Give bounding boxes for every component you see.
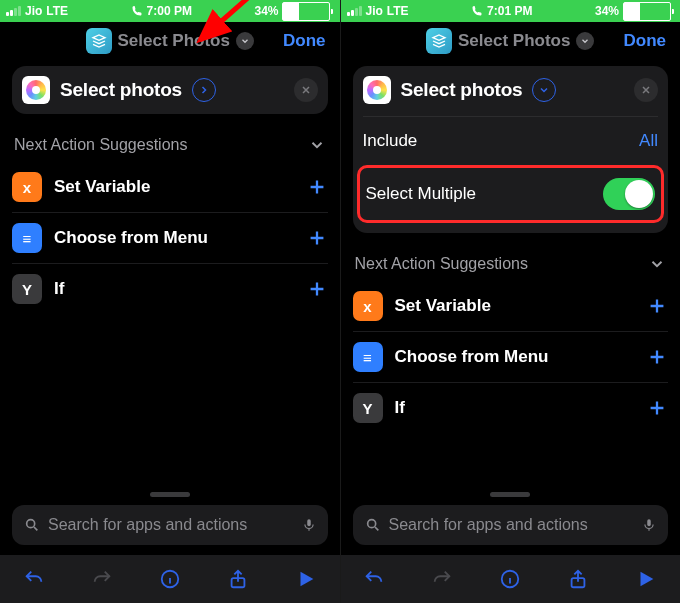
svg-point-0 [27, 520, 35, 528]
suggestion-label: Set Variable [395, 296, 491, 316]
search-field[interactable]: Search for apps and actions [353, 505, 669, 545]
suggestions-heading: Next Action Suggestions [14, 136, 187, 154]
include-row[interactable]: Include All [363, 117, 659, 165]
dictation-icon[interactable] [302, 516, 316, 534]
expand-options-button[interactable] [192, 78, 216, 102]
suggestion-label: Choose from Menu [54, 228, 208, 248]
time-label: 7:01 PM [487, 4, 532, 18]
nav-title: Select Photos [118, 31, 230, 51]
chevron-down-icon [308, 136, 326, 154]
run-button[interactable] [635, 568, 657, 590]
svg-rect-1 [307, 519, 311, 526]
collapse-options-button[interactable] [532, 78, 556, 102]
photos-app-icon [22, 76, 50, 104]
done-button[interactable]: Done [283, 31, 326, 51]
add-suggestion-button[interactable] [306, 176, 328, 198]
time-label: 7:00 PM [147, 4, 192, 18]
if-icon: Y [12, 274, 42, 304]
call-icon [471, 5, 483, 17]
search-field[interactable]: Search for apps and actions [12, 505, 328, 545]
suggestion-label: Choose from Menu [395, 347, 549, 367]
shortcut-app-icon [86, 28, 112, 54]
share-button[interactable] [227, 568, 249, 590]
battery-icon [282, 2, 333, 21]
clear-action-button[interactable] [634, 78, 658, 102]
nav-bar: Select Photos Done [341, 22, 681, 60]
undo-button[interactable] [23, 568, 45, 590]
if-icon: Y [353, 393, 383, 423]
select-multiple-toggle[interactable] [603, 178, 655, 210]
status-bar: Jio LTE 7:01 PM 34% [341, 0, 681, 22]
suggestion-if[interactable]: YIf [12, 263, 328, 314]
select-multiple-row[interactable]: Select Multiple [357, 165, 665, 223]
select-multiple-label: Select Multiple [366, 184, 477, 204]
suggestions-heading-row[interactable]: Next Action Suggestions [14, 136, 326, 154]
suggestion-set-variable[interactable]: xSet Variable [12, 162, 328, 212]
add-suggestion-button[interactable] [306, 227, 328, 249]
action-card: Select photos [12, 66, 328, 114]
add-suggestion-button[interactable] [646, 346, 668, 368]
search-placeholder: Search for apps and actions [389, 516, 635, 534]
chevron-down-icon [648, 255, 666, 273]
screen-right: Jio LTE 7:01 PM 34% Select Photos [340, 0, 681, 603]
bottom-toolbar [341, 555, 681, 603]
signal-icon [347, 6, 362, 16]
nav-bar: Select Photos Done [0, 22, 340, 60]
photos-app-icon [363, 76, 391, 104]
svg-rect-5 [647, 519, 651, 526]
network-label: LTE [387, 4, 409, 18]
info-button[interactable] [159, 568, 181, 590]
drag-handle[interactable] [150, 492, 190, 497]
undo-button[interactable] [363, 568, 385, 590]
action-title: Select photos [401, 79, 523, 101]
signal-icon [6, 6, 21, 16]
search-icon [24, 517, 40, 533]
carrier-label: Jio [25, 4, 42, 18]
nav-title: Select Photos [458, 31, 570, 51]
add-suggestion-button[interactable] [646, 295, 668, 317]
redo-button[interactable] [91, 568, 113, 590]
add-suggestion-button[interactable] [306, 278, 328, 300]
shortcut-app-icon [426, 28, 452, 54]
battery-icon [623, 2, 674, 21]
suggestion-label: If [395, 398, 405, 418]
suggestion-set-variable[interactable]: xSet Variable [353, 281, 669, 331]
status-bar: Jio LTE 7:00 PM 34% [0, 0, 340, 22]
title-menu-button[interactable] [576, 32, 594, 50]
clear-action-button[interactable] [294, 78, 318, 102]
carrier-label: Jio [366, 4, 383, 18]
add-suggestion-button[interactable] [646, 397, 668, 419]
suggestions-heading-row[interactable]: Next Action Suggestions [355, 255, 667, 273]
set-variable-icon: x [12, 172, 42, 202]
suggestion-label: If [54, 279, 64, 299]
include-value[interactable]: All [639, 131, 658, 151]
action-title: Select photos [60, 79, 182, 101]
suggestion-if[interactable]: YIf [353, 382, 669, 433]
choose-from-menu-icon: ≡ [353, 342, 383, 372]
title-menu-button[interactable] [236, 32, 254, 50]
suggestions-heading: Next Action Suggestions [355, 255, 528, 273]
battery-pct: 34% [254, 4, 278, 18]
suggestion-choose-from-menu[interactable]: ≡Choose from Menu [353, 331, 669, 382]
search-icon [365, 517, 381, 533]
suggestion-choose-from-menu[interactable]: ≡Choose from Menu [12, 212, 328, 263]
share-button[interactable] [567, 568, 589, 590]
done-button[interactable]: Done [624, 31, 667, 51]
action-card: Select photos Include All Select Multipl… [353, 66, 669, 233]
suggestion-label: Set Variable [54, 177, 150, 197]
battery-pct: 34% [595, 4, 619, 18]
dictation-icon[interactable] [642, 516, 656, 534]
screen-left: Jio LTE 7:00 PM 34% Select Photos [0, 0, 340, 603]
network-label: LTE [46, 4, 68, 18]
choose-from-menu-icon: ≡ [12, 223, 42, 253]
info-button[interactable] [499, 568, 521, 590]
call-icon [131, 5, 143, 17]
drag-handle[interactable] [490, 492, 530, 497]
svg-point-4 [367, 520, 375, 528]
search-placeholder: Search for apps and actions [48, 516, 294, 534]
set-variable-icon: x [353, 291, 383, 321]
run-button[interactable] [295, 568, 317, 590]
bottom-toolbar [0, 555, 340, 603]
redo-button[interactable] [431, 568, 453, 590]
include-label: Include [363, 131, 418, 151]
